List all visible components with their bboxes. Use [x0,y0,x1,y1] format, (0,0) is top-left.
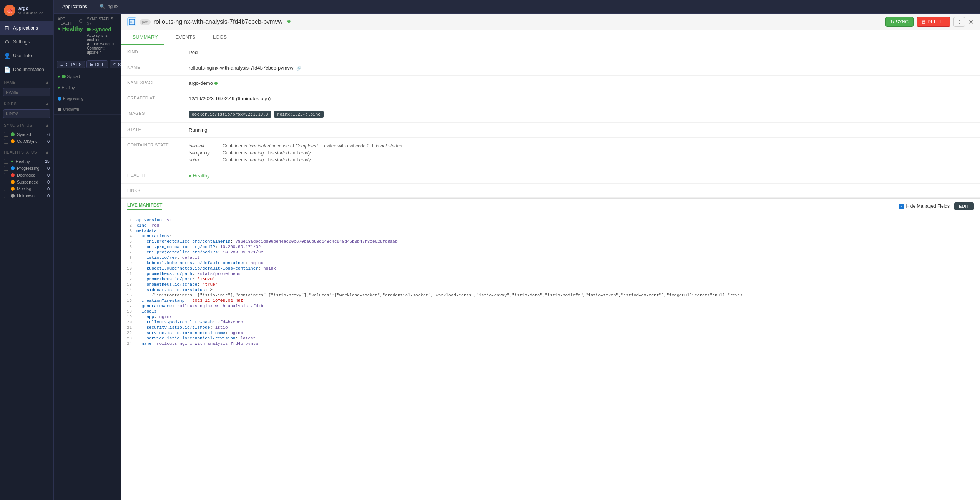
code-line-6: 6 cni.projectcalico.org/podIP: 10.200.89… [121,244,980,250]
sync-dot [87,28,91,31]
topbar: Applications 🔍 nginx [54,0,980,14]
item-health-icon: ♥ [58,74,60,79]
code-line-20: 20 rollouts-pod-template-hash: 7fd4b7cbc… [121,320,980,325]
health-row: HEALTH ♥ Healthy [121,168,980,184]
code-line-12: 12 prometheus.io/port: '15020' [121,276,980,282]
suspended-count: 0 [47,180,50,184]
code-line-10: 10 kubectl.kubernetes.io/default-logs-co… [121,266,980,271]
tab-applications[interactable]: Applications [58,2,92,12]
summary-table: KIND Pod NAME rollouts-nginx-with-analys… [121,45,980,198]
app-toolbar: ≡ DETAILS ⊟ DIFF ↻ SYNC ☰ ⊞ + − 🔍 ⊘ 100 [54,58,121,71]
code-line-13: 13 prometheus.io/scrape: 'true' [121,282,980,287]
health-status-progressing[interactable]: Progressing 0 [0,165,53,172]
sidebar-item-applications[interactable]: ⊞ Applications [0,21,53,35]
hide-managed-label[interactable]: ✓ Hide Managed Fields [899,204,950,209]
list-item[interactable]: ♥ Healthy [54,82,121,93]
close-button[interactable]: ✕ [968,18,974,26]
sync-action-button[interactable]: ↻ SYNC [885,17,914,27]
item-label: Healthy [62,86,75,90]
hide-managed-checkbox[interactable]: ✓ [899,204,904,209]
sidebar-item-label: Documentation [13,67,44,72]
name-filter-input[interactable] [3,88,50,96]
out-of-sync-checkbox[interactable] [4,139,8,144]
more-actions-button[interactable]: ⋮ [953,17,965,27]
kinds-section-header: KINDS ▲ [0,98,53,108]
state-value: Running [183,123,980,138]
images-value: docker.io/istio/proxyv2:1.19.3 nginx:1.2… [183,106,980,123]
container-state-label: CONTAINER STATE [121,138,183,168]
images-label: IMAGES [121,106,183,123]
container-desc-istio-proxy: Container is running. It is started and … [223,150,312,156]
health-status-suspended[interactable]: Suspended 0 [0,179,53,185]
image-badge-1: docker.io/istio/proxyv2:1.19.3 [189,111,271,118]
sidebar: 🐙 argo v2.3.3+4eba5be ⊞ Applications ⚙ S… [0,0,54,500]
sidebar-logo: 🐙 argo v2.3.3+4eba5be [0,0,53,21]
item-sync-dot [62,75,66,78]
events-tab-icon: ≡ [170,34,173,40]
list-item[interactable]: Unknown [54,104,121,115]
synced-count: 6 [47,132,50,137]
tab-summary[interactable]: ≡ SUMMARY [121,30,164,45]
copy-icon[interactable]: 🔗 [296,66,302,70]
sync-status-out-of-sync[interactable]: OutOfSync 0 [0,138,53,145]
sidebar-item-user-info[interactable]: 👤 User Info [0,49,53,63]
sidebar-item-settings[interactable]: ⚙ Settings [0,35,53,49]
health-status-unknown[interactable]: Unknown 0 [0,192,53,199]
suspended-checkbox[interactable] [4,180,8,184]
panel-area: APP HEALTH ⓘ ♥ Healthy SYNC STATUS ⓘ [54,14,980,500]
code-line-9: 9 kubectl.kubernetes.io/default-containe… [121,260,980,266]
docs-icon: 📄 [4,66,10,73]
tab-logs[interactable]: ≡ LOGS [201,30,233,45]
diff-button[interactable]: ⊟ DIFF [86,60,108,68]
svg-point-3 [133,22,134,23]
code-line-2: 2 kind: Pod [121,223,980,228]
healthy-checkbox[interactable] [4,159,8,164]
sync-info-icon: ⓘ [87,22,91,26]
sidebar-item-label: Settings [13,39,30,45]
code-line-7: 7 cni.projectcalico.org/podIPs: 10.200.8… [121,250,980,255]
sync-status-synced[interactable]: Synced 6 [0,131,53,138]
sync-status-label: SYNC STATUS ⓘ [87,17,117,26]
container-name-istio-init: istio-init [189,143,219,149]
svg-point-1 [130,22,131,23]
missing-label: Missing [17,187,31,191]
tab-nginx-search[interactable]: 🔍 nginx [95,2,123,12]
container-desc-istio-init: Container is terminated because of Compl… [223,143,404,149]
app-health-value: ♥ Healthy [58,25,83,32]
details-button[interactable]: ≡ DETAILS [57,61,85,68]
health-status-toggle[interactable]: ▲ [45,149,50,155]
health-display: ♥ Healthy [189,173,974,179]
sidebar-item-documentation[interactable]: 📄 Documentation [0,63,53,76]
kinds-filter-input[interactable] [3,109,50,118]
degraded-checkbox[interactable] [4,173,8,177]
auto-sync-text: Auto sync is enabled. [87,33,117,42]
nginx-search-label: nginx [108,4,119,9]
code-line-21: 21 security.istio.io/tlsMode: istio [121,325,980,330]
missing-checkbox[interactable] [4,187,8,191]
degraded-label: Degraded [17,173,35,177]
synced-checkbox[interactable] [4,132,8,137]
namespace-label: NAMESPACE [121,76,183,91]
unknown-checkbox[interactable] [4,194,8,198]
list-item[interactable]: Progressing [54,93,121,104]
delete-action-button[interactable]: 🗑 DELETE [917,17,950,27]
progressing-checkbox[interactable] [4,166,8,171]
healthy-label: Healthy [16,159,30,164]
detail-header: pod rollouts-nginx-with-analysis-7fd4b7c… [121,14,980,30]
container-state-row: CONTAINER STATE istio-init Container is … [121,138,980,168]
kind-value: Pod [183,45,980,60]
edit-button[interactable]: EDIT [954,202,974,210]
list-item[interactable]: ♥ Synced [54,71,121,82]
code-area: 1 apiVersion: v1 2 kind: Pod 3 metadata: [121,214,980,349]
sync-button[interactable]: ↻ SYNC [110,60,121,68]
name-section-toggle[interactable]: ▲ [45,79,50,85]
tab-events[interactable]: ≡ EVENTS [164,30,202,45]
kinds-section-toggle[interactable]: ▲ [45,101,50,106]
namespace-badge: argo-demo [189,80,218,86]
health-status-healthy[interactable]: ♥ Healthy 15 [0,158,53,165]
links-value [183,184,980,198]
info-icon: ⓘ [79,18,83,24]
sync-status-toggle[interactable]: ▲ [45,123,50,128]
health-status-degraded[interactable]: Degraded 0 [0,172,53,179]
health-status-missing[interactable]: Missing 0 [0,185,53,192]
